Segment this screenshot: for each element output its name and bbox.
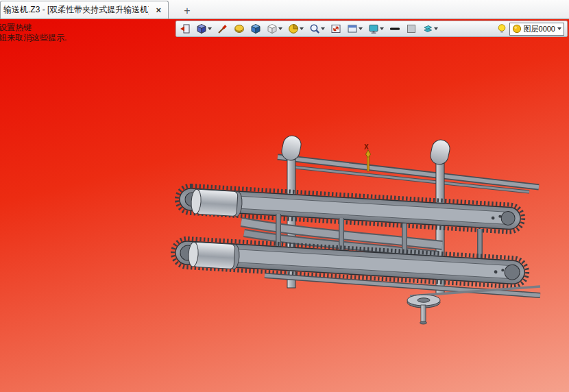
paint-brush-button[interactable] [217, 22, 229, 36]
layers-stack-icon [422, 23, 433, 34]
window-zoom-icon [330, 23, 341, 34]
saved-view-icon [347, 23, 358, 34]
gold-part-icon [234, 23, 245, 34]
saved-view-button[interactable] [346, 22, 363, 36]
hint-line-2: 钮来取消这些提示. [0, 33, 66, 43]
brush-icon [217, 23, 228, 34]
lightbulb-icon[interactable] [496, 23, 507, 34]
dropdown-caret[interactable] [300, 27, 304, 30]
upper-drive-roller [191, 189, 243, 217]
dropdown-caret[interactable] [359, 27, 363, 30]
layers-button[interactable] [422, 22, 439, 36]
view-toolbar: 图层0000 [175, 21, 568, 37]
top-frame-rails [278, 157, 539, 192]
dropdown-caret[interactable] [321, 27, 325, 30]
shaded-cube-icon [250, 23, 261, 34]
tab-close-button[interactable]: × [154, 5, 162, 15]
layer-color-icon [512, 24, 522, 34]
line-width-icon [389, 23, 400, 34]
lower-drive-roller [188, 242, 240, 269]
render-cube-icon [196, 23, 207, 34]
hint-text: 设置热键 钮来取消这些提示. [0, 23, 66, 43]
layer-dropdown[interactable]: 图层0000 [509, 23, 564, 36]
dropdown-caret[interactable] [380, 27, 384, 30]
render-mode-button[interactable] [195, 22, 213, 36]
hint-line-1: 设置热键 [0, 23, 66, 33]
bottom-flange [407, 295, 440, 324]
exit-icon [180, 23, 191, 34]
line-width-button[interactable] [389, 22, 401, 36]
section-view-button[interactable] [287, 22, 304, 36]
new-tab-button[interactable]: + [178, 3, 196, 19]
color-swatch-button[interactable] [405, 22, 417, 36]
display-settings-button[interactable] [367, 22, 385, 36]
shade-mode-button[interactable] [250, 22, 262, 36]
magnifier-icon [309, 23, 320, 34]
layer-control: 图层0000 [496, 23, 564, 36]
section-pie-icon [288, 23, 299, 34]
dropdown-caret[interactable] [208, 27, 212, 30]
layer-dropdown-caret[interactable] [557, 27, 561, 30]
layer-name: 图层0000 [524, 24, 555, 34]
color-swatch-icon [406, 23, 417, 34]
document-tab-bar: 输送机.Z3 - [双柔性带夹持式提升输送机] × + [0, 0, 569, 19]
cad-application-window: 输送机.Z3 - [双柔性带夹持式提升输送机] × + 设置热键 钮来取消这些提… [0, 0, 569, 392]
document-tab[interactable]: 输送机.Z3 - [双柔性带夹持式提升输送机] × [0, 1, 169, 19]
zoom-window-button[interactable] [330, 22, 342, 36]
cad-model-conveyor[interactable]: X [0, 19, 569, 392]
dropdown-caret[interactable] [278, 27, 282, 30]
zoom-button[interactable] [308, 22, 326, 36]
viewport: 设置热键 钮来取消这些提示. [0, 19, 569, 392]
exit-sketch-button[interactable] [179, 22, 191, 36]
display-icon [368, 23, 379, 34]
tab-title: 输送机.Z3 - [双柔性带夹持式提升输送机] [3, 4, 149, 16]
dropdown-caret[interactable] [434, 27, 438, 30]
wireframe-mode-button[interactable] [266, 22, 283, 36]
face-color-button[interactable] [233, 22, 245, 36]
wireframe-cube-icon [267, 23, 278, 34]
